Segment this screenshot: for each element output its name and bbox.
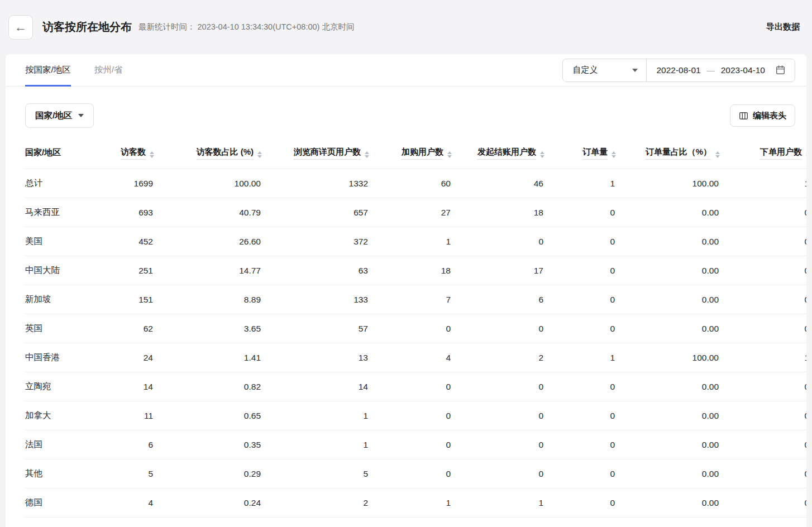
chevron-down-icon <box>632 69 638 72</box>
metric-cell: 0 <box>452 459 544 488</box>
metric-cell: 0 <box>720 227 806 256</box>
metric-cell: 0 <box>544 459 616 488</box>
metric-cell: 0 <box>544 198 616 227</box>
metric-cell: 4 <box>369 343 452 372</box>
tab-by-state-province[interactable]: 按州/省 <box>94 54 123 86</box>
metric-cell: 4 <box>98 518 154 527</box>
end-date-value: 2023-04-10 <box>721 65 765 75</box>
metric-cell: 0.00 <box>616 256 720 285</box>
back-button[interactable]: ← <box>8 15 33 40</box>
metric-cell: 0 <box>720 285 806 314</box>
region-name-cell: 印度 <box>25 518 98 527</box>
region-name-cell: 中国香港 <box>25 343 98 372</box>
chevron-down-icon <box>78 114 84 117</box>
region-name-cell: 法国 <box>25 430 98 459</box>
sort-icon[interactable] <box>150 151 154 158</box>
sort-icon[interactable] <box>365 151 369 158</box>
metric-cell: 0 <box>720 518 806 527</box>
date-range-picker: 自定义 2022-08-01 — 2023-04-10 <box>562 59 795 82</box>
metric-cell: 0.00 <box>616 430 720 459</box>
metric-cell: 0 <box>544 430 616 459</box>
metric-cell: 0 <box>720 314 806 343</box>
column-header[interactable]: 订单量 <box>544 139 616 169</box>
metric-cell: 0 <box>720 430 806 459</box>
metric-cell: 57 <box>262 314 369 343</box>
metric-cell: 2 <box>452 343 544 372</box>
column-header[interactable]: 订单量占比（%） <box>616 139 720 169</box>
table-row: 德国40.2421100.000 <box>25 488 806 518</box>
region-name-cell: 新加坡 <box>25 285 98 314</box>
metric-cell: 0.00 <box>616 285 720 314</box>
metric-cell: 1 <box>369 488 452 518</box>
dimension-select[interactable]: 国家/地区 <box>25 103 94 128</box>
metric-cell: 0.00 <box>616 518 720 527</box>
metric-cell: 18 <box>369 256 452 285</box>
metric-cell: 0 <box>544 518 616 527</box>
metric-cell: 0.00 <box>616 459 720 488</box>
sort-icon[interactable] <box>806 151 806 158</box>
column-header[interactable]: 访客数 <box>98 139 154 169</box>
region-name-cell: 美国 <box>25 227 98 256</box>
tabs-row: 按国家/地区 按州/省 自定义 2022-08-01 — 2023-04-10 <box>6 54 806 87</box>
metric-cell: 0.00 <box>616 314 720 343</box>
metric-cell: 0.00 <box>616 227 720 256</box>
metric-cell: 0 <box>544 488 616 518</box>
metric-cell: 62 <box>98 314 154 343</box>
metric-cell: 1699 <box>98 169 154 198</box>
sort-icon[interactable] <box>257 151 262 158</box>
sort-icon[interactable] <box>612 151 616 158</box>
dimension-select-value: 国家/地区 <box>35 110 72 122</box>
metric-cell: 14 <box>262 372 369 401</box>
export-data-button[interactable]: 导出数据 <box>766 22 800 32</box>
column-header[interactable]: 访客数占比 (%) <box>154 139 262 169</box>
region-name-cell: 加拿大 <box>25 401 98 430</box>
column-header[interactable]: 浏览商详页用户数 <box>262 139 369 169</box>
tab-by-country-region[interactable]: 按国家/地区 <box>25 54 71 86</box>
edit-columns-button[interactable]: 编辑表头 <box>730 104 795 127</box>
date-range-input[interactable]: 2022-08-01 — 2023-04-10 <box>647 59 795 82</box>
metric-cell: 1 <box>262 401 369 430</box>
metric-cell: 0.00 <box>616 488 720 518</box>
metric-cell: 14.77 <box>154 256 262 285</box>
metric-cell: 3.65 <box>154 314 262 343</box>
table-row: 中国大陆25114.7763181700.000 <box>25 256 806 285</box>
metric-cell: 26.60 <box>154 227 262 256</box>
metric-cell: 5 <box>262 459 369 488</box>
metric-cell: 0.82 <box>154 372 262 401</box>
column-label: 下单用户数 <box>760 147 802 160</box>
metric-cell: 0.00 <box>616 198 720 227</box>
column-header[interactable]: 加购用户数 <box>369 139 452 169</box>
table-row: 中国香港241.4113421100.001 <box>25 343 806 372</box>
column-header[interactable]: 下单用户数 <box>720 139 806 169</box>
metric-cell: 100.00 <box>616 169 720 198</box>
metric-cell: 24 <box>98 343 154 372</box>
back-arrow-icon: ← <box>15 21 27 33</box>
metric-cell: 0.35 <box>154 430 262 459</box>
metric-cell: 0 <box>720 372 806 401</box>
metric-cell: 0 <box>452 227 544 256</box>
metric-cell: 251 <box>98 256 154 285</box>
column-label: 订单量占比（%） <box>646 147 711 160</box>
metric-cell: 1 <box>262 430 369 459</box>
metric-cell: 0 <box>452 401 544 430</box>
metric-cell: 1 <box>720 343 806 372</box>
column-label: 订单量 <box>582 147 608 160</box>
columns-icon <box>739 111 748 121</box>
metric-cell: 100.00 <box>616 343 720 372</box>
sort-icon[interactable] <box>540 151 544 158</box>
metric-cell: 46 <box>452 169 544 198</box>
metric-cell: 0 <box>544 256 616 285</box>
column-header[interactable]: 发起结账用户数 <box>452 139 544 169</box>
sort-icon[interactable] <box>447 151 452 158</box>
metric-cell: 1 <box>369 227 452 256</box>
table-header-row: 国家/地区访客数访客数占比 (%)浏览商详页用户数加购用户数发起结账用户数订单量… <box>25 139 806 169</box>
metric-cell: 0 <box>720 198 806 227</box>
column-label: 国家/地区 <box>25 147 61 157</box>
metric-cell: 0 <box>369 372 452 401</box>
sort-icon[interactable] <box>715 151 720 158</box>
metric-cell: 0.65 <box>154 401 262 430</box>
metric-cell: 2 <box>262 488 369 518</box>
region-name-cell: 德国 <box>25 488 98 518</box>
metric-cell: 2 <box>262 518 369 527</box>
date-preset-select[interactable]: 自定义 <box>563 59 647 82</box>
